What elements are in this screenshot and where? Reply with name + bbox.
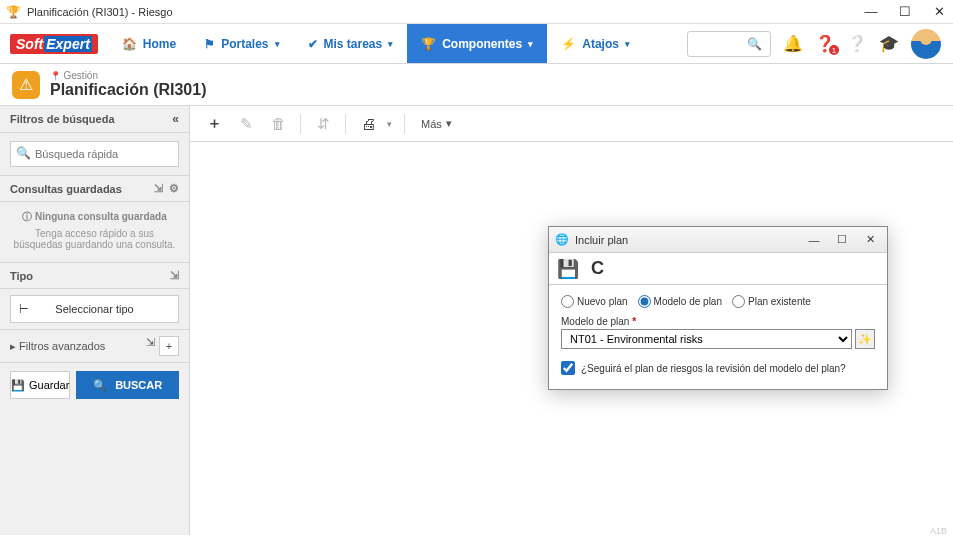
close-button[interactable]: ✕ — [931, 4, 947, 19]
gear-icon[interactable]: ⚙ — [169, 182, 179, 195]
type-header: Tipo ⇲ — [0, 262, 189, 289]
modal-maximize-button[interactable]: ☐ — [831, 231, 853, 249]
model-field-label: Modelo de plan * — [561, 316, 875, 327]
modal-toolbar: 💾 C — [549, 253, 887, 285]
caret-down-icon: ▾ — [446, 117, 452, 130]
logo[interactable]: SoftExpert — [0, 24, 108, 63]
flag-icon: ⚑ — [204, 37, 215, 51]
quick-search-input[interactable] — [10, 141, 179, 167]
nav-tareas[interactable]: ✔ Mis tareas ▾ — [294, 24, 408, 63]
radio-nuevo[interactable]: Nuevo plan — [561, 295, 628, 308]
page-title: Planificación (RI301) — [50, 81, 207, 99]
plan-type-radios: Nuevo plan Modelo de plan Plan existente — [561, 295, 875, 308]
content-area: ＋ ✎ 🗑 ⇵ 🖨 ▾ Más ▾ 🌐 Incluir plan — ☐ — [190, 106, 953, 535]
help-icon[interactable]: ❔ — [847, 34, 867, 53]
add-button[interactable]: ＋ — [200, 110, 228, 138]
nav-componentes[interactable]: 🏆 Componentes ▾ — [407, 24, 547, 63]
search-label: BUSCAR — [115, 379, 162, 391]
more-button[interactable]: Más ▾ — [413, 117, 460, 130]
globe-icon: 🌐 — [555, 233, 569, 246]
model-select[interactable]: NT01 - Environmental risks — [561, 329, 852, 349]
nav-atajos-label: Atajos — [582, 37, 619, 51]
search-button[interactable]: 🔍 BUSCAR — [76, 371, 179, 399]
modal-close-button[interactable]: ✕ — [859, 231, 881, 249]
saved-queries-header: Consultas guardadas ⇲ ⚙ — [0, 175, 189, 202]
trophy-icon: 🏆 — [421, 37, 436, 51]
save-button[interactable]: 💾 Guardar — [10, 371, 70, 399]
select-type-label: Seleccionar tipo — [55, 303, 133, 315]
edit-button: ✎ — [232, 110, 260, 138]
follow-revision-checkbox[interactable] — [561, 361, 575, 375]
tree-icon: ⊢ — [19, 303, 29, 316]
hierarchy-button: ⇵ — [309, 110, 337, 138]
modal-minimize-button[interactable]: — — [803, 231, 825, 249]
app-icon: 🏆 — [6, 5, 21, 19]
search-icon: 🔍 — [93, 379, 107, 392]
radio-modelo[interactable]: Modelo de plan — [638, 295, 722, 308]
window-title-bar: 🏆 Planificación (RI301) - Riesgo — ☐ ✕ — [0, 0, 953, 24]
include-plan-modal: 🌐 Incluir plan — ☐ ✕ 💾 C Nuevo plan Mode… — [548, 226, 888, 390]
search-icon: 🔍 — [747, 37, 762, 51]
modal-save-button[interactable]: 💾 — [557, 258, 579, 280]
caret-down-icon: ▾ — [388, 39, 393, 49]
saved-queries-title: Consultas guardadas — [10, 183, 122, 195]
save-icon: 💾 — [11, 379, 25, 392]
nav-tareas-label: Mis tareas — [324, 37, 383, 51]
nav-portales[interactable]: ⚑ Portales ▾ — [190, 24, 293, 63]
pin-icon[interactable]: ⇲ — [170, 269, 179, 282]
empty-heading: Ninguna consulta guardada — [35, 211, 167, 222]
bolt-icon: ⚡ — [561, 37, 576, 51]
top-nav: SoftExpert 🏠 Home ⚑ Portales ▾ ✔ Mis tar… — [0, 24, 953, 64]
home-icon: 🏠 — [122, 37, 137, 51]
filters-title: Filtros de búsqueda — [10, 113, 115, 125]
delete-button: 🗑 — [264, 110, 292, 138]
caret-down-icon: ▾ — [275, 39, 280, 49]
nav-componentes-label: Componentes — [442, 37, 522, 51]
select-type-button[interactable]: ⊢ Seleccionar tipo — [10, 295, 179, 323]
nav-portales-label: Portales — [221, 37, 268, 51]
collapse-sidebar-button[interactable]: « — [172, 112, 179, 126]
print-dropdown[interactable]: ▾ — [382, 119, 396, 129]
more-label: Más — [421, 118, 442, 130]
checkbox-label: ¿Seguirá el plan de riesgos la revisión … — [581, 363, 846, 374]
pin-icon[interactable]: ⇲ — [154, 182, 163, 195]
global-search[interactable]: 🔍 — [687, 31, 771, 57]
user-avatar[interactable] — [911, 29, 941, 59]
advanced-filters-row[interactable]: ▸ Filtros avanzados ⇲ + — [0, 329, 189, 363]
modal-refresh-button[interactable]: C — [591, 258, 604, 279]
radio-existente[interactable]: Plan existente — [732, 295, 811, 308]
modal-title-bar[interactable]: 🌐 Incluir plan — ☐ ✕ — [549, 227, 887, 253]
type-title: Tipo — [10, 270, 33, 282]
minimize-button[interactable]: — — [863, 4, 879, 19]
nav-home-label: Home — [143, 37, 176, 51]
nav-home[interactable]: 🏠 Home — [108, 24, 190, 63]
save-label: Guardar — [29, 379, 69, 391]
model-picker-button[interactable]: ✨ — [855, 329, 875, 349]
add-filter-button[interactable]: + — [159, 336, 179, 356]
maximize-button[interactable]: ☐ — [897, 4, 913, 19]
content-toolbar: ＋ ✎ 🗑 ⇵ 🖨 ▾ Más ▾ — [190, 106, 953, 142]
saved-queries-empty: ⓘ Ninguna consulta guardada Tenga acceso… — [0, 202, 189, 262]
page-icon: ⚠ — [12, 71, 40, 99]
check-icon: ✔ — [308, 37, 318, 51]
nav-atajos[interactable]: ⚡ Atajos ▾ — [547, 24, 644, 63]
print-button[interactable]: 🖨 — [354, 110, 382, 138]
window-title: Planificación (RI301) - Riesgo — [27, 6, 863, 18]
caret-down-icon: ▾ — [528, 39, 533, 49]
help-badge-icon[interactable]: ❓1 — [815, 34, 835, 53]
pin-icon[interactable]: ⇲ — [146, 336, 155, 356]
version-label: A1B — [930, 526, 947, 535]
empty-text: Tenga acceso rápido a sus búsquedas guar… — [10, 228, 179, 250]
sidebar: Filtros de búsqueda « Consultas guardada… — [0, 106, 190, 535]
page-header: ⚠ Gestión Planificación (RI301) — [0, 64, 953, 105]
caret-down-icon: ▾ — [625, 39, 630, 49]
graduation-icon[interactable]: 🎓 — [879, 34, 899, 53]
breadcrumb: Gestión — [50, 70, 207, 81]
notifications-icon[interactable]: 🔔 — [783, 34, 803, 53]
filters-header: Filtros de búsqueda « — [0, 106, 189, 133]
advanced-label: Filtros avanzados — [19, 340, 105, 352]
modal-title: Incluir plan — [575, 234, 797, 246]
